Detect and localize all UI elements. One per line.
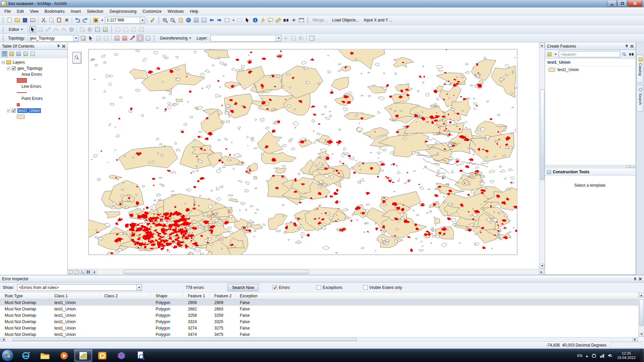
error-row[interactable]: Must Not Overlaptest1_UnionPolygon268226… (0, 306, 644, 312)
sketch-properties-icon[interactable] (102, 26, 109, 33)
chevron-down-icon[interactable] (140, 17, 145, 23)
taskbar-package-button[interactable] (112, 349, 130, 362)
column-header[interactable]: Shape (151, 293, 183, 299)
paste-icon[interactable] (55, 17, 62, 24)
close-button[interactable] (628, 1, 642, 7)
checkbox-exceptions[interactable]: Exceptions (317, 285, 342, 290)
expander-icon[interactable] (7, 109, 10, 112)
template-item[interactable]: test1_Union (545, 66, 636, 73)
scroll-left-icon[interactable] (1, 338, 6, 341)
menu-selection[interactable]: Selection (84, 8, 106, 15)
volume-icon[interactable] (608, 353, 612, 358)
measure-icon[interactable] (275, 17, 282, 24)
error-row[interactable]: Must Not Overlaptest1_UnionPolygon327432… (0, 325, 644, 331)
column-header[interactable]: Rule Type (0, 293, 50, 299)
cut-icon[interactable] (40, 17, 47, 24)
column-header[interactable]: Class 1 (50, 293, 100, 299)
rotate-tool-icon[interactable] (86, 26, 93, 33)
chevron-down-icon[interactable] (73, 35, 78, 41)
auto-adjust-icon[interactable] (290, 35, 297, 42)
select-elements-icon[interactable] (244, 17, 251, 24)
toc-topology-layer-label[interactable]: geo_Topology (17, 66, 43, 71)
menu-view[interactable]: View (27, 8, 42, 15)
taskbar-outlook-button[interactable] (93, 349, 111, 362)
checkbox-visible-extent-only[interactable]: Visible Extent only (363, 285, 402, 290)
filter-templates-icon[interactable] (628, 51, 634, 57)
chevron-down-icon[interactable] (276, 35, 281, 41)
checkbox-errors[interactable]: Errors (273, 285, 290, 290)
toolbar-grip[interactable] (154, 35, 155, 41)
redo-icon[interactable] (82, 17, 89, 24)
save-icon[interactable] (21, 17, 29, 24)
area-errors-swatch[interactable] (17, 78, 27, 83)
viewer-window-icon[interactable] (298, 17, 305, 24)
expander-icon[interactable] (2, 61, 5, 64)
column-header[interactable]: Feature 2 (210, 293, 235, 299)
undo-icon[interactable] (74, 17, 81, 24)
toolbar-grip[interactable] (3, 35, 4, 41)
network-icon[interactable] (600, 353, 604, 358)
rule-filter-combo[interactable]: <Errors from all rules> (17, 284, 142, 291)
menu-geoprocessing[interactable]: Geoprocessing (106, 8, 140, 15)
list-by-source-icon[interactable] (8, 51, 14, 57)
tab-catalog[interactable]: Catalog (637, 55, 644, 83)
tab-search[interactable]: Search (637, 85, 644, 112)
error-row[interactable]: Must Not Overlaptest1_UnionPolygon290829… (0, 299, 644, 306)
template-list-area[interactable] (545, 73, 636, 165)
error-row[interactable]: Must Not Overlaptest1_UnionPolygon325832… (0, 312, 644, 318)
legend-area-errors-label[interactable]: Area Errors (21, 72, 42, 77)
pin-icon[interactable] (57, 44, 60, 48)
point-errors-swatch[interactable] (17, 103, 20, 106)
scroll-right-icon[interactable] (539, 270, 544, 275)
map-horizontal-scrollbar[interactable] (97, 270, 538, 275)
edge-snapping-icon[interactable] (138, 26, 145, 33)
map-vertical-scrollbar[interactable] (539, 43, 545, 269)
list-by-drawing-order-icon[interactable] (1, 51, 7, 57)
add-data-dropdown[interactable] (100, 17, 104, 23)
organize-templates-dropdown[interactable] (553, 51, 558, 57)
column-header[interactable]: Exception (235, 293, 644, 299)
go-to-xy-icon[interactable] (290, 17, 297, 24)
close-panel-icon[interactable] (639, 277, 642, 281)
map-inset-icon[interactable] (72, 52, 81, 63)
toc-union-layer-label[interactable]: test1_Union (17, 108, 41, 113)
show-hidden-icons[interactable] (586, 354, 588, 357)
fix-error-tool-icon[interactable] (129, 35, 136, 42)
toc-options-icon[interactable] (30, 51, 36, 57)
toc-root-label[interactable]: Layers (13, 60, 25, 65)
legend-point-errors-label[interactable]: Point Errors (21, 96, 43, 101)
toolbar-grip[interactable] (3, 17, 4, 23)
validate-topology-all-icon[interactable] (121, 35, 128, 42)
layout-view-icon[interactable] (74, 270, 79, 275)
rotate-raster-icon[interactable] (298, 35, 305, 42)
select-features-dropdown[interactable] (231, 17, 235, 23)
close-panel-icon[interactable] (62, 45, 65, 48)
taskbar-media-player-button[interactable] (55, 349, 73, 362)
scale-combo[interactable]: 1:117 986 (105, 17, 145, 23)
taskbar-ie-button[interactable] (17, 349, 35, 362)
identify-icon[interactable] (252, 17, 259, 24)
clear-selection-icon[interactable] (236, 17, 243, 24)
scrollbar-thumb[interactable] (540, 89, 544, 180)
find-icon[interactable] (282, 17, 289, 24)
end-snapping-icon[interactable] (122, 26, 129, 33)
map-topology-icon[interactable] (79, 35, 87, 42)
scrollbar-thumb[interactable] (123, 270, 309, 274)
copy-icon[interactable] (48, 17, 55, 24)
zoom-out-icon[interactable] (169, 17, 176, 24)
layer-checkbox[interactable] (12, 109, 16, 113)
editor-menu-button[interactable]: Editor (6, 26, 25, 33)
expand-section-button[interactable] (631, 166, 635, 168)
input-xy-command[interactable]: Input X and Y ... (362, 18, 395, 22)
taskbar-explorer-button[interactable] (36, 349, 54, 362)
data-view-icon[interactable] (68, 270, 73, 275)
georeferencing-menu-button[interactable]: Georeferencing (157, 35, 194, 42)
vertex-snapping-icon[interactable] (130, 26, 137, 33)
table-vertical-scrollbar[interactable] (638, 293, 644, 337)
endpoint-arc-icon[interactable] (52, 26, 59, 33)
edit-tool-icon[interactable] (29, 26, 36, 33)
georeferencing-layer-combo[interactable] (210, 35, 281, 42)
maximize-button[interactable] (617, 1, 627, 7)
menu-windows[interactable]: Windows (165, 8, 187, 15)
organize-templates-icon[interactable] (546, 51, 552, 57)
